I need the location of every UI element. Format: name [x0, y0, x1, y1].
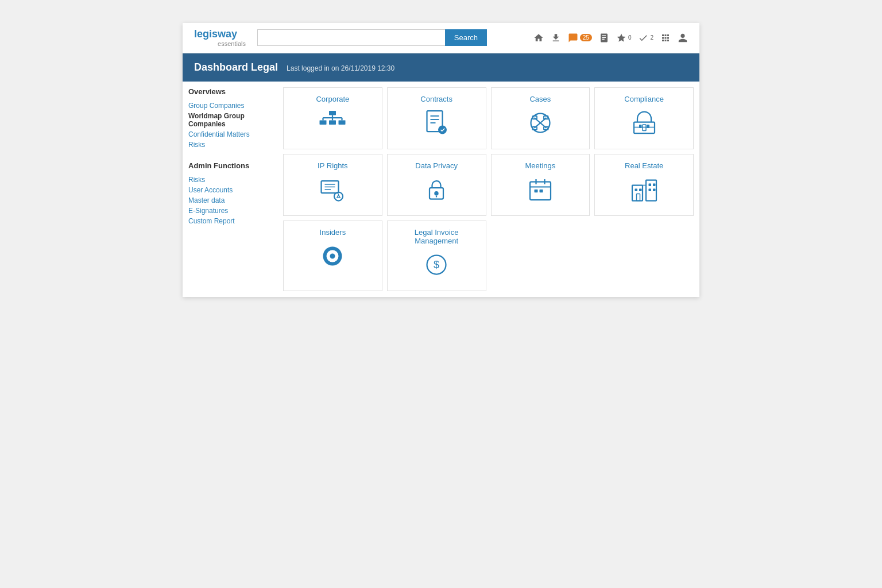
- tile-ip-rights[interactable]: IP Rights: [283, 154, 382, 216]
- logo: legisway essentials: [194, 29, 246, 47]
- data-privacy-icon: [423, 176, 450, 208]
- tile-data-privacy-label: Data Privacy: [415, 161, 458, 170]
- apps-icon-button[interactable]: [660, 33, 671, 43]
- svg-text:$: $: [434, 259, 439, 270]
- tile-legal-invoice-label: Legal Invoice Management: [392, 228, 481, 245]
- ip-rights-icon: [319, 176, 346, 208]
- sidebar-item-esignatures[interactable]: E-Signatures: [188, 206, 277, 216]
- insiders-icon: [319, 242, 346, 275]
- tile-corporate[interactable]: Corporate: [283, 87, 382, 149]
- svg-rect-44: [639, 188, 642, 191]
- favorites-badge: 0: [628, 34, 632, 41]
- svg-rect-0: [329, 111, 336, 115]
- tile-contracts-label: Contracts: [420, 95, 452, 103]
- svg-rect-40: [632, 185, 643, 200]
- tiles-grid-area: Corporate Contracts Cases: [283, 87, 694, 291]
- header: legisway essentials Search 25: [183, 23, 699, 53]
- svg-rect-46: [653, 183, 656, 186]
- home-icon-button[interactable]: [533, 33, 544, 43]
- compliance-icon: [630, 109, 658, 142]
- tile-data-privacy[interactable]: Data Privacy: [387, 154, 486, 216]
- book-icon-button[interactable]: [599, 33, 609, 43]
- svg-rect-1: [320, 120, 327, 125]
- tile-meetings[interactable]: Meetings: [491, 154, 590, 216]
- corporate-icon: [319, 109, 346, 142]
- real-estate-icon: [630, 176, 658, 208]
- messages-icon-button[interactable]: 25: [568, 33, 592, 43]
- tile-corporate-label: Corporate: [316, 95, 349, 103]
- search-area: Search: [257, 29, 487, 46]
- admin-title: Admin Functions: [188, 161, 277, 170]
- tile-real-estate-label: Real Estate: [625, 161, 663, 170]
- legal-invoice-icon: $: [423, 251, 450, 284]
- messages-badge: 25: [580, 34, 592, 41]
- tile-insiders-label: Insiders: [320, 228, 346, 237]
- logo-way: way: [218, 28, 237, 40]
- logo-text: legisway: [194, 29, 246, 40]
- svg-rect-47: [648, 188, 651, 191]
- sidebar-item-risks-overview[interactable]: Risks: [188, 140, 277, 150]
- sidebar-item-user-accounts[interactable]: User Accounts: [188, 185, 277, 195]
- tile-cases-label: Cases: [529, 95, 551, 103]
- sidebar-item-custom-report[interactable]: Custom Report: [188, 216, 277, 226]
- sidebar-item-group-companies[interactable]: Group Companies: [188, 100, 277, 111]
- sidebar: Overviews Group Companies Worldmap Group…: [188, 87, 283, 291]
- overviews-title: Overviews: [188, 87, 277, 96]
- sidebar-overviews-section: Overviews Group Companies Worldmap Group…: [188, 87, 277, 150]
- user-icon-button[interactable]: [678, 33, 688, 43]
- search-input[interactable]: [257, 29, 445, 46]
- tile-ip-rights-label: IP Rights: [318, 161, 348, 170]
- svg-rect-2: [329, 120, 336, 125]
- svg-rect-39: [539, 189, 543, 192]
- download-icon-button[interactable]: [551, 33, 561, 43]
- tile-cases[interactable]: Cases: [491, 87, 590, 149]
- tile-compliance[interactable]: Compliance: [594, 87, 694, 149]
- svg-point-12: [438, 125, 447, 134]
- meetings-icon: [527, 176, 554, 208]
- tile-legal-invoice[interactable]: Legal Invoice Management $: [387, 220, 486, 291]
- nav-icons: 25 0 2: [533, 33, 688, 43]
- tile-compliance-label: Compliance: [624, 95, 664, 103]
- cases-icon: [527, 109, 554, 142]
- contracts-icon: [423, 109, 450, 142]
- tasks-badge: 2: [650, 34, 653, 41]
- svg-rect-48: [653, 188, 656, 191]
- app-wrapper: legisway essentials Search 25: [183, 23, 699, 297]
- tile-insiders[interactable]: Insiders: [283, 220, 382, 291]
- svg-rect-49: [636, 194, 640, 200]
- tasks-icon-button[interactable]: 2: [638, 33, 653, 43]
- tile-real-estate[interactable]: Real Estate: [594, 154, 694, 216]
- svg-rect-43: [635, 188, 637, 191]
- sidebar-item-risks-admin[interactable]: Risks: [188, 175, 277, 185]
- sidebar-admin-section: Admin Functions Risks User Accounts Mast…: [188, 161, 277, 226]
- logo-legis: legis: [194, 28, 218, 40]
- dashboard-bar: Dashboard Legal Last logged in on 26/11/…: [183, 53, 699, 82]
- svg-point-52: [330, 253, 335, 258]
- sidebar-item-master-data[interactable]: Master data: [188, 195, 277, 206]
- main-content: Overviews Group Companies Worldmap Group…: [183, 82, 699, 297]
- svg-rect-45: [648, 183, 651, 186]
- search-button[interactable]: Search: [445, 29, 487, 46]
- last-login: Last logged in on 26/11/2019 12:30: [287, 64, 394, 72]
- dashboard-title: Dashboard Legal: [194, 61, 278, 73]
- tiles-grid: Corporate Contracts Cases: [283, 87, 694, 291]
- sidebar-item-worldmap[interactable]: Worldmap Group Companies: [188, 111, 277, 129]
- tile-meetings-label: Meetings: [525, 161, 556, 170]
- sidebar-item-confidential[interactable]: Confidential Matters: [188, 129, 277, 140]
- svg-rect-3: [339, 120, 346, 125]
- logo-essentials: essentials: [194, 40, 246, 47]
- svg-point-32: [434, 191, 439, 196]
- svg-rect-38: [534, 189, 537, 192]
- tile-contracts[interactable]: Contracts: [387, 87, 486, 149]
- favorites-icon-button[interactable]: 0: [616, 33, 632, 43]
